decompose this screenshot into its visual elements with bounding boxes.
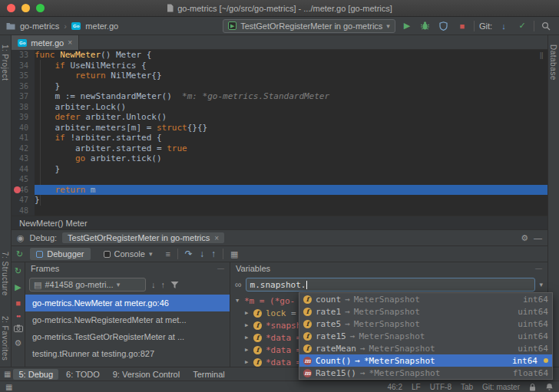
vcs-update-button[interactable]: ↓ bbox=[497, 19, 511, 33]
gutter[interactable]: 41 bbox=[12, 133, 35, 143]
hide-panel-icon[interactable]: — bbox=[217, 265, 224, 272]
camera-icon[interactable] bbox=[14, 324, 23, 332]
completion-item-selected[interactable]: mCount()→*MeterSnapshotint64 bbox=[299, 354, 552, 367]
tool-windows-grid-icon[interactable]: ▦ bbox=[4, 370, 11, 378]
sidebar-item-favorites[interactable]: 2: Favorites bbox=[1, 316, 9, 361]
collapse-icon[interactable]: ▶ bbox=[245, 359, 253, 365]
gutter[interactable]: 37 bbox=[12, 91, 35, 102]
sidebar-item-project[interactable]: 1: Project bbox=[1, 44, 9, 81]
frame-row[interactable]: go-metrics.NewRegisteredMeter at met... bbox=[25, 311, 230, 328]
encoding[interactable]: UTF-8 bbox=[430, 383, 452, 391]
gutter[interactable]: 39 bbox=[12, 112, 35, 123]
completion-item[interactable]: frate5→MeterSnapshotuint64 bbox=[299, 318, 552, 330]
debug-session-tab[interactable]: TestGetOrRegisterMeter in go-metrics × bbox=[62, 232, 224, 243]
gear-icon[interactable]: ⚙ bbox=[521, 233, 528, 243]
stop-icon[interactable]: ■ bbox=[15, 298, 21, 308]
completion-item[interactable]: mRate15()→*MeterSnapshotfloat64 bbox=[299, 367, 552, 379]
stop-button[interactable]: ■ bbox=[455, 19, 469, 33]
debug-button[interactable] bbox=[418, 19, 432, 33]
tab-todo[interactable]: 6: TODO bbox=[61, 369, 105, 380]
frame-row[interactable]: go-metrics.TestGetOrRegisterMeter at ... bbox=[25, 328, 230, 345]
gutter[interactable]: 33 bbox=[12, 50, 35, 61]
caret-position[interactable]: 46:2 bbox=[387, 383, 402, 391]
view-breakpoints-icon[interactable]: ●● bbox=[16, 314, 20, 318]
gutter[interactable]: 47 bbox=[12, 195, 35, 206]
tab-terminal[interactable]: Terminal bbox=[187, 369, 230, 380]
gutter[interactable]: 38 bbox=[12, 102, 35, 113]
previous-frame-icon[interactable]: ↑ bbox=[161, 280, 166, 289]
run-configuration-label: TestGetOrRegisterMeter in go-metrics bbox=[240, 21, 382, 31]
frame-row[interactable]: testing.tRunner at testing.go:827 bbox=[25, 345, 230, 362]
next-frame-icon[interactable]: ↓ bbox=[151, 280, 156, 289]
step-into-icon[interactable]: ↓ bbox=[200, 249, 204, 259]
tab-version-control[interactable]: 9: Version Control bbox=[108, 369, 185, 380]
gutter[interactable]: 45 bbox=[12, 174, 35, 185]
breadcrumb-project[interactable]: go-metrics bbox=[20, 21, 59, 31]
relevance-dot-icon bbox=[544, 358, 548, 363]
filter-funnel-icon[interactable] bbox=[170, 281, 179, 289]
gutter[interactable]: 42 bbox=[12, 143, 35, 154]
gutter[interactable]: 36 bbox=[12, 81, 35, 92]
code-editor[interactable]: ‖ 33func NewMeter() Meter { 34 if UseNil… bbox=[12, 50, 547, 216]
collapse-icon[interactable]: ▶ bbox=[245, 347, 253, 353]
collapse-icon[interactable]: ▶ bbox=[245, 310, 253, 316]
gutter[interactable]: 34 bbox=[12, 61, 35, 71]
field-icon: f bbox=[253, 309, 262, 318]
debug-label: Debug: bbox=[30, 233, 57, 242]
tool-window-toggle-icon[interactable]: ▦ bbox=[5, 383, 12, 391]
rerun-icon[interactable]: ↻ bbox=[15, 266, 22, 276]
line-ending[interactable]: LF bbox=[412, 383, 421, 391]
rerun-icon[interactable]: ↻ bbox=[16, 249, 23, 259]
sidebar-item-structure[interactable]: 7: Structure bbox=[1, 252, 9, 296]
tab-debug[interactable]: 5: Debug bbox=[13, 369, 58, 380]
gutter[interactable]: 43 bbox=[12, 153, 35, 164]
run-button[interactable]: ▶ bbox=[400, 19, 414, 33]
expand-icon[interactable]: ▼ bbox=[236, 298, 244, 304]
chevron-down-icon[interactable]: ▾ bbox=[539, 281, 543, 288]
completion-item[interactable]: frateMean→MeterSnapshotuint64 bbox=[299, 342, 552, 354]
notifications-bell-icon[interactable] bbox=[545, 383, 554, 391]
zoom-window-button[interactable] bbox=[36, 4, 45, 12]
run-configuration-select[interactable]: ▶ TestGetOrRegisterMeter in go-metrics ▾ bbox=[223, 19, 395, 33]
breadcrumb-function[interactable]: NewMeter() Meter bbox=[19, 219, 88, 228]
go-file-icon: Go bbox=[71, 22, 81, 30]
gutter[interactable]: 48 bbox=[12, 206, 35, 216]
minimize-window-button[interactable] bbox=[22, 4, 30, 12]
step-out-icon[interactable]: ↑ bbox=[211, 249, 216, 259]
vcs-commit-button[interactable]: ✓ bbox=[515, 19, 529, 33]
gutter[interactable]: 35 bbox=[12, 71, 35, 81]
hide-tool-window-icon[interactable]: — bbox=[534, 233, 542, 242]
editor-tab-meter-go[interactable]: Go meter.go × bbox=[12, 35, 79, 50]
layout-menu-icon[interactable]: ≡ bbox=[165, 249, 170, 259]
tab-debugger[interactable]: Debugger bbox=[30, 248, 90, 260]
breadcrumb-file[interactable]: meter.go bbox=[85, 21, 118, 31]
close-tab-icon[interactable]: × bbox=[68, 38, 72, 47]
gutter[interactable]: 40 bbox=[12, 123, 35, 133]
frame-row[interactable]: go-metrics.NewMeter at meter.go:46 bbox=[25, 295, 230, 311]
resume-icon[interactable]: ▶ bbox=[15, 282, 21, 292]
hide-panel-icon[interactable]: — bbox=[535, 265, 542, 272]
thread-select[interactable]: ▤ #41458 go-metri... ▾ bbox=[29, 278, 146, 292]
method-icon: m bbox=[303, 357, 312, 365]
thread-label: #41458 go-metri... bbox=[45, 280, 113, 289]
run-with-coverage-button[interactable] bbox=[437, 19, 451, 33]
indent-style[interactable]: Tab bbox=[461, 383, 473, 391]
lock-icon[interactable] bbox=[529, 383, 536, 391]
gutter-breakpoint[interactable]: 46 bbox=[12, 185, 35, 196]
git-branch[interactable]: Git: master bbox=[482, 383, 520, 391]
sidebar-item-database[interactable]: Database bbox=[549, 44, 557, 81]
completion-item[interactable]: fcount→MeterSnapshotint64 bbox=[299, 293, 552, 305]
close-session-icon[interactable]: × bbox=[214, 234, 219, 242]
gutter[interactable]: 44 bbox=[12, 164, 35, 175]
search-everywhere-button[interactable] bbox=[539, 19, 553, 33]
completion-item[interactable]: frate15→MeterSnapshotuint64 bbox=[299, 330, 552, 342]
evaluate-expression-icon[interactable]: ▦ bbox=[230, 249, 238, 259]
tab-console[interactable]: Console▾ bbox=[98, 248, 159, 260]
completion-item[interactable]: frate1→MeterSnapshotuint64 bbox=[299, 305, 552, 318]
evaluate-expression-input[interactable]: m.snapshot. bbox=[246, 278, 536, 292]
collapse-icon[interactable]: ▶ bbox=[245, 322, 253, 328]
settings-gear-icon[interactable]: ⚙ bbox=[15, 338, 22, 348]
collapse-icon[interactable]: ▶ bbox=[245, 334, 253, 341]
step-over-icon[interactable]: ↷ bbox=[185, 249, 193, 259]
close-window-button[interactable] bbox=[7, 4, 15, 12]
